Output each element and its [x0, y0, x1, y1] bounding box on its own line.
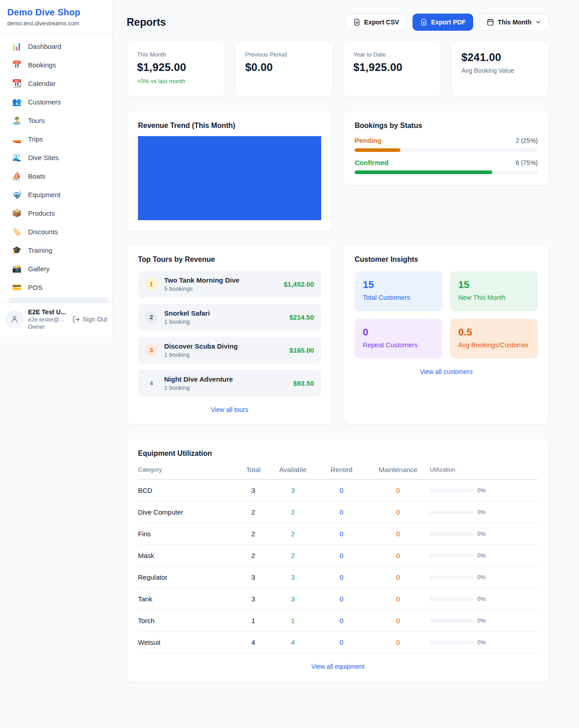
sidebar-item-customers[interactable]: 👥 Customers [0, 93, 113, 111]
column-header-category: Category [138, 466, 237, 473]
sidebar-item-label: POS [28, 284, 43, 291]
sidebar-item-training[interactable]: 🎓 Training [0, 241, 113, 260]
bookings-by-status-title: Bookings by Status [355, 122, 538, 130]
customer-insights-title: Customer Insights [355, 255, 538, 264]
status-label: Confirmed [355, 159, 389, 166]
file-download-icon [420, 19, 427, 26]
sign-out-button[interactable]: Sign Out [72, 316, 107, 323]
stat-label: Year to Date [353, 51, 431, 58]
tour-name: Snorkel Safari [164, 309, 283, 317]
tour-name: Discover Scuba Diving [164, 342, 283, 350]
insight-tiles: 15 Total Customers 15 New This Month 0 R… [355, 271, 538, 359]
sailboat-icon: ⛵ [12, 171, 22, 181]
status-value: 2 (25%) [516, 137, 538, 144]
status-row-confirmed: Confirmed 6 (75%) [355, 159, 538, 174]
stat-delta: +0% vs last month [137, 78, 214, 85]
utilization-bar [430, 554, 473, 558]
sidebar-item-reports-partial[interactable] [8, 298, 108, 303]
view-all-customers-link[interactable]: View all customers [355, 368, 538, 375]
insight-tile-repeat-customers: 0 Repeat Customers [355, 319, 442, 359]
stat-card-avg-booking-value: $241.00 Avg Booking Value [451, 42, 549, 97]
insight-label: Repeat Customers [363, 341, 434, 349]
sidebar-nav: 📊 Dashboard 📅 Bookings 📆 Calendar 👥 Cust… [0, 33, 113, 303]
sidebar-item-products[interactable]: 📦 Products [0, 204, 113, 222]
sidebar-item-discounts[interactable]: 🏷️ Discounts [0, 222, 113, 241]
status-row-pending: Pending 2 (25%) [355, 137, 538, 152]
customer-insights-card: Customer Insights 15 Total Customers 15 … [343, 244, 549, 425]
insight-label: Avg Bookings/Customer [458, 341, 530, 349]
sidebar-item-dashboard[interactable]: 📊 Dashboard [0, 37, 113, 56]
speedboat-icon: 🚤 [12, 134, 22, 144]
tour-revenue: $214.50 [290, 313, 314, 321]
stat-card-previous-period: Previous Period $0.00 [235, 42, 333, 97]
brand-domain: demo.test.divestreams.com [7, 20, 105, 27]
sidebar-item-label: Boats [28, 172, 45, 180]
table-row: Fins 2 2 0 0 0% [138, 523, 538, 545]
export-csv-button[interactable]: Export CSV [346, 14, 407, 31]
sidebar-item-calendar[interactable]: 📆 Calendar [0, 74, 113, 93]
sidebar-item-tours[interactable]: 🏝️ Tours [0, 111, 113, 130]
stats-row: This Month $1,925.00 +0% vs last month P… [127, 42, 549, 97]
equipment-utilization-card: Equipment Utilization Category Total Ava… [127, 438, 549, 682]
insight-value: 15 [363, 279, 434, 291]
charts-row: Revenue Trend (This Month) Bookings by S… [127, 110, 549, 232]
sidebar-item-label: Dashboard [28, 43, 61, 50]
sidebar-item-label: Trips [28, 135, 43, 143]
sidebar-item-equipment[interactable]: 🤿 Equipment [0, 185, 113, 204]
utilization-bar [430, 511, 473, 514]
tour-list: 1 Two Tank Morning Dive 5 bookings $1,45… [138, 271, 321, 397]
insight-value: 15 [458, 279, 530, 291]
period-dropdown[interactable]: This Month [479, 14, 549, 31]
view-all-tours-link[interactable]: View all tours [138, 406, 321, 413]
insight-tile-new-this-month: 15 New This Month [450, 271, 538, 311]
status-value: 6 (75%) [516, 159, 538, 166]
sidebar-item-trips[interactable]: 🚤 Trips [0, 130, 113, 148]
brand: Demo Dive Shop demo.test.divestreams.com [0, 0, 113, 33]
table-row: Dive Computer 2 2 0 0 0% [138, 501, 538, 523]
table-row: Wetsuit 4 4 0 0 0% [138, 632, 538, 653]
stat-label: Previous Period [245, 51, 323, 58]
sidebar-item-dive-sites[interactable]: 🌊 Dive Sites [0, 148, 113, 167]
sidebar-item-boats[interactable]: ⛵ Boats [0, 167, 113, 185]
utilization-bar [430, 641, 473, 644]
calendar-icon [487, 19, 494, 26]
sidebar-item-bookings[interactable]: 📅 Bookings [0, 56, 113, 74]
tour-bookings: 1 booking [164, 351, 283, 358]
export-pdf-button[interactable]: Export PDF [413, 14, 473, 31]
list-item: 4 Night Dive Adventure 1 booking $93.50 [138, 370, 321, 397]
view-all-equipment-link[interactable]: View all equipment [138, 663, 538, 670]
utilization-bar [430, 489, 473, 492]
sidebar-item-label: Training [28, 246, 52, 254]
user-section: E2E Test U... e2e-tester@... Owner Sign … [0, 303, 113, 336]
page-title: Reports [127, 16, 166, 28]
progress-fill [355, 170, 492, 174]
people-icon: 👥 [12, 97, 22, 107]
list-item: 1 Two Tank Morning Dive 5 bookings $1,45… [138, 271, 321, 298]
credit-card-icon: 💳 [12, 283, 22, 292]
status-label: Pending [355, 137, 381, 144]
insight-value: 0 [363, 326, 434, 338]
insight-label: Total Customers [363, 294, 434, 301]
sign-out-label: Sign Out [83, 316, 107, 323]
utilization-bar [430, 619, 473, 623]
column-header-total: Total [237, 466, 269, 473]
sidebar-item-pos[interactable]: 💳 POS [0, 278, 113, 297]
user-meta: E2E Test U... e2e-tester@... Owner [28, 308, 68, 330]
sidebar-item-label: Customers [28, 98, 61, 106]
sidebar-item-gallery[interactable]: 📸 Gallery [0, 260, 113, 278]
file-download-icon [353, 19, 361, 26]
table-row: Tank 3 3 0 0 0% [138, 588, 538, 610]
insight-tile-avg-bookings: 0.5 Avg Bookings/Customer [450, 319, 538, 359]
stat-value: $1,925.00 [353, 61, 431, 74]
tour-revenue: $1,452.00 [284, 280, 314, 288]
export-csv-label: Export CSV [364, 19, 399, 26]
equipment-utilization-title: Equipment Utilization [138, 449, 538, 458]
tour-revenue: $93.50 [293, 379, 314, 387]
sidebar-item-label: Products [28, 209, 55, 217]
sidebar-item-label: Gallery [28, 265, 50, 273]
tour-name: Night Dive Adventure [164, 375, 286, 383]
table-row: Torch 1 1 0 0 0% [138, 610, 538, 632]
table-row: Mask 2 2 0 0 0% [138, 545, 538, 567]
insight-tile-total-customers: 15 Total Customers [355, 271, 442, 311]
table-row: BCD 3 3 0 0 0% [138, 480, 538, 501]
